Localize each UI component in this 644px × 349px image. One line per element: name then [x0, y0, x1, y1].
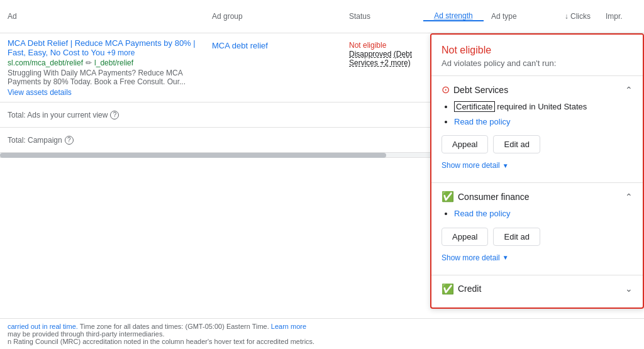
debt-policy-list: Certificate required in United States Re…: [441, 101, 633, 128]
consumer-policy-actions: Appeal Edit ad: [441, 228, 633, 246]
panel-subtitle: Ad violates policy and can't run:: [441, 58, 633, 68]
chevron-down-icon-credit[interactable]: ⌄: [625, 284, 633, 294]
footer-text4: n Rating Council (MRC) accreditation not…: [8, 338, 314, 345]
view-assets-link[interactable]: View assets details: [8, 88, 72, 97]
chevron-up-icon-debt[interactable]: ⌃: [625, 85, 633, 95]
section-header-credit: ✅ Credit ⌄: [441, 283, 633, 295]
ad-title: MCA Debt Relief | Reduce MCA Payments by…: [8, 38, 197, 57]
section-title-credit: ✅ Credit: [441, 283, 481, 295]
debt-show-more-link[interactable]: Show more detail ▼: [441, 158, 633, 175]
certificate-text: Certificate: [454, 101, 495, 112]
status-disapproved-text: Disapproved: [349, 50, 391, 58]
total-campaign-text: Total: Campaign: [8, 136, 62, 145]
footer-text1: carried out in real time. Time zone for …: [8, 323, 306, 330]
status-not-eligible: Not eligible: [349, 41, 416, 50]
check-icon-consumer: ✅: [441, 191, 454, 202]
consumer-edit-button[interactable]: Edit ad: [493, 228, 540, 246]
error-icon: ⊙: [441, 84, 450, 96]
consumer-finance-label: Consumer finance: [458, 192, 530, 202]
panel-header: Not eligible Ad violates policy and can'…: [431, 35, 643, 75]
header-col-clicks: ↓ Clicks: [546, 12, 598, 21]
credit-label: Credit: [458, 284, 481, 294]
consumer-read-policy-link[interactable]: Read the policy: [454, 209, 511, 218]
debt-edit-button[interactable]: Edit ad: [493, 135, 540, 153]
section-header-consumer: ✅ Consumer finance ⌃: [441, 191, 633, 202]
chevron-down-icon-consumer-more: ▼: [502, 254, 509, 261]
debt-appeal-button[interactable]: Appeal: [441, 135, 488, 153]
debt-policy-actions: Appeal Edit ad: [441, 135, 633, 153]
status-cell: Not eligible Disapproved (Debt Services …: [341, 38, 423, 67]
footer-text3: may be provided through third-party inte…: [8, 330, 164, 338]
help-icon-ads[interactable]: ?: [110, 111, 119, 119]
ad-url-2: l_debt/relief: [94, 58, 133, 67]
consumer-policy-item-link: Read the policy: [454, 208, 633, 220]
total-ads-text: Total: Ads in your current view: [8, 111, 108, 119]
header-col-adgroup: Ad group: [204, 12, 341, 21]
debt-policy-item-link: Read the policy: [454, 116, 633, 128]
chevron-down-icon-debt-more: ▼: [502, 162, 509, 169]
policy-panel: Not eligible Ad violates policy and can'…: [430, 33, 644, 309]
help-icon-campaign[interactable]: ?: [65, 136, 74, 145]
footer-realtime-link[interactable]: carried out in real time.: [8, 323, 78, 330]
header-col-impr: Impr.: [598, 12, 644, 21]
table-container: Ad Ad group Status Ad strength Ad type ↓…: [0, 0, 644, 349]
consumer-policy-list: Read the policy: [441, 208, 633, 220]
scrollbar-thumb[interactable]: [0, 153, 386, 158]
header-col-status: Status: [341, 12, 423, 21]
total-label-campaign: Total: Campaign ?: [0, 136, 204, 145]
check-icon-credit: ✅: [441, 283, 454, 295]
ad-title-more: +9 more: [107, 48, 135, 57]
section-title-debt: ⊙ Debt Services: [441, 84, 508, 96]
consumer-show-more-link[interactable]: Show more detail ▼: [441, 251, 633, 267]
ad-title-link[interactable]: MCA Debt Relief | Reduce MCA Payments by…: [8, 38, 196, 57]
header-col-adstrength: Ad strength: [423, 11, 484, 21]
ad-url-row: sl.com/mca_debt/relief ✏ l_debt/relief: [8, 58, 197, 67]
debt-services-label: Debt Services: [453, 85, 508, 95]
ad-description: Struggling With Daily MCA Payments? Redu…: [8, 69, 197, 86]
adgroup-cell: MCA debt relief: [204, 38, 341, 50]
policy-section-debt-services: ⊙ Debt Services ⌃ Certificate required i…: [431, 75, 643, 182]
debt-policy-item-cert: Certificate required in United States: [454, 101, 633, 113]
table-header: Ad Ad group Status Ad strength Ad type ↓…: [0, 0, 644, 33]
cert-required-text: required in United States: [497, 102, 587, 111]
debt-show-more-text: Show more detail: [441, 161, 500, 170]
edit-pencil-icon[interactable]: ✏: [86, 58, 92, 67]
consumer-show-more-text: Show more detail: [441, 253, 500, 262]
section-title-consumer: ✅ Consumer finance: [441, 191, 530, 202]
ad-url-1: sl.com/mca_debt/relief: [8, 58, 83, 67]
footer-learn-more-link[interactable]: Learn more: [271, 323, 306, 330]
panel-title: Not eligible: [441, 45, 633, 56]
adgroup-link[interactable]: MCA debt relief: [212, 41, 268, 50]
debt-read-policy-link[interactable]: Read the policy: [454, 117, 511, 126]
footer: carried out in real time. Time zone for …: [0, 318, 644, 349]
policy-section-consumer-finance: ✅ Consumer finance ⌃ Read the policy App…: [431, 182, 643, 275]
consumer-appeal-button[interactable]: Appeal: [441, 228, 488, 246]
chevron-up-icon-consumer[interactable]: ⌃: [625, 192, 633, 202]
policy-section-credit: ✅ Credit ⌄: [431, 275, 643, 307]
status-disapproved: Disapproved (Debt Services +2 more): [349, 50, 416, 67]
header-col-ad: Ad: [0, 12, 204, 21]
total-label-ads: Total: Ads in your current view ?: [0, 111, 204, 119]
header-col-adtype: Ad type: [484, 12, 546, 21]
ad-cell: MCA Debt Relief | Reduce MCA Payments by…: [0, 38, 204, 97]
section-header-debt: ⊙ Debt Services ⌃: [441, 84, 633, 96]
